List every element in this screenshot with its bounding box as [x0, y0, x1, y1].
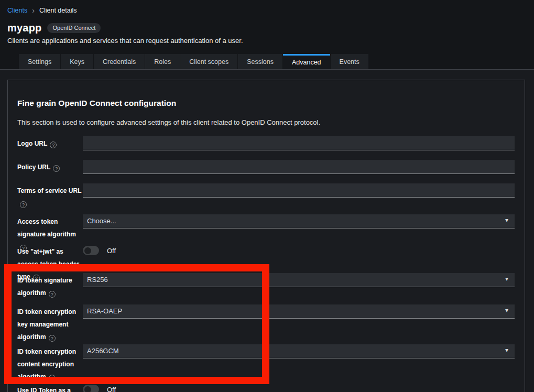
help-icon[interactable]: ?	[49, 335, 56, 342]
field-label: Use ID Token as a	[17, 384, 83, 392]
field-label-text: ID token encryption key management algor…	[17, 308, 76, 341]
section-description: This section is used to configure advanc…	[17, 118, 320, 126]
id-token-encryption-key-management-algorithm-select[interactable]: RSA-OAEP ▾	[83, 304, 515, 319]
field-label: Logo URL?	[17, 137, 83, 150]
field-label-text: ID token signature algorithm	[17, 277, 72, 297]
form-row-at-jwt-header: Use "at+jwt" as access token header type…	[17, 244, 515, 256]
select-value: RS256	[87, 276, 108, 284]
form-row-use-id-token: Use ID Token as a Off	[17, 383, 515, 392]
tab-keys[interactable]: Keys	[61, 54, 93, 70]
help-icon[interactable]: ?	[50, 141, 57, 148]
form-row-logo-url: Logo URL?	[17, 136, 515, 150]
protocol-badge: OpenID Connect	[47, 23, 101, 33]
tab-events[interactable]: Events	[331, 54, 368, 70]
select-value: A256GCM	[87, 347, 119, 355]
field-label: ID token signature algorithm?	[17, 274, 83, 299]
field-label: ID token encryption content encryption a…	[17, 345, 83, 383]
tab-client-scopes[interactable]: Client scopes	[180, 54, 237, 70]
caret-down-icon: ▾	[505, 275, 508, 282]
field-label-text: Terms of service URL	[17, 187, 82, 194]
field-label-text: Use ID Token as a	[17, 387, 71, 392]
page-header: myapp OpenID Connect	[7, 22, 101, 34]
field-label: ID token encryption key management algor…	[17, 306, 83, 343]
page-description: Clients are applications and services th…	[7, 37, 243, 45]
field-label-text: Logo URL	[17, 140, 47, 147]
caret-down-icon: ▾	[505, 216, 508, 224]
breadcrumb-current: Client details	[39, 7, 77, 14]
form-row-id-token-signature-algorithm: ID token signature algorithm? RS256 ▾	[17, 273, 515, 287]
help-icon[interactable]: ?	[49, 291, 56, 298]
toggle-state-label: Off	[107, 247, 116, 255]
caret-down-icon: ▾	[505, 346, 508, 354]
form-row-terms-of-service-url: Terms of service URL?	[17, 183, 515, 198]
id-token-encryption-content-encryption-algorithm-select[interactable]: A256GCM ▾	[83, 344, 515, 358]
form-row-id-token-encryption-content-encryption: ID token encryption content encryption a…	[17, 344, 515, 358]
help-icon[interactable]: ?	[53, 165, 60, 172]
form-row-id-token-encryption-key-management: ID token encryption key management algor…	[17, 304, 515, 319]
field-label-text: Access token signature algorithm	[17, 218, 76, 238]
field-label: Terms of service URL?	[17, 184, 83, 210]
tab-sessions[interactable]: Sessions	[238, 54, 282, 70]
section-title: Fine grain OpenID Connect configuration	[17, 99, 176, 108]
breadcrumb-separator-icon: ›	[32, 7, 35, 14]
help-icon[interactable]: ?	[49, 375, 56, 382]
toggle-knob	[84, 247, 91, 254]
access-token-signature-algorithm-select[interactable]: Choose... ▾	[83, 214, 515, 228]
form-row-policy-url: Policy URL?	[17, 160, 515, 174]
select-value: RSA-OAEP	[87, 307, 122, 315]
fine-grain-oidc-panel: Fine grain OpenID Connect configuration …	[7, 80, 525, 392]
caret-down-icon: ▾	[505, 307, 508, 314]
terms-of-service-url-input[interactable]	[83, 183, 515, 198]
help-icon[interactable]: ?	[20, 201, 27, 208]
field-label-text: ID token encryption content encryption a…	[17, 348, 76, 380]
tab-advanced[interactable]: Advanced	[283, 54, 330, 70]
form-row-access-token-signature-algorithm: Access token signature algorithm? Choose…	[17, 214, 515, 228]
tab-bar: Settings Keys Credentials Roles Client s…	[19, 54, 369, 70]
page-title: myapp	[7, 22, 41, 34]
toggle-knob	[84, 386, 91, 392]
select-value: Choose...	[87, 217, 116, 225]
use-id-token-toggle[interactable]	[83, 385, 99, 392]
id-token-signature-algorithm-select[interactable]: RS256 ▾	[83, 273, 515, 287]
at-jwt-header-toggle[interactable]	[83, 246, 99, 255]
field-label-text: Policy URL	[17, 164, 50, 171]
field-label: Policy URL?	[17, 161, 83, 173]
tab-settings[interactable]: Settings	[19, 54, 60, 70]
breadcrumb: Clients › Client details	[7, 7, 77, 14]
tab-roles[interactable]: Roles	[145, 54, 180, 70]
logo-url-input[interactable]	[83, 136, 515, 150]
policy-url-input[interactable]	[83, 160, 515, 174]
breadcrumb-clients-link[interactable]: Clients	[7, 7, 27, 14]
toggle-state-label: Off	[107, 386, 116, 392]
tab-credentials[interactable]: Credentials	[94, 54, 145, 70]
